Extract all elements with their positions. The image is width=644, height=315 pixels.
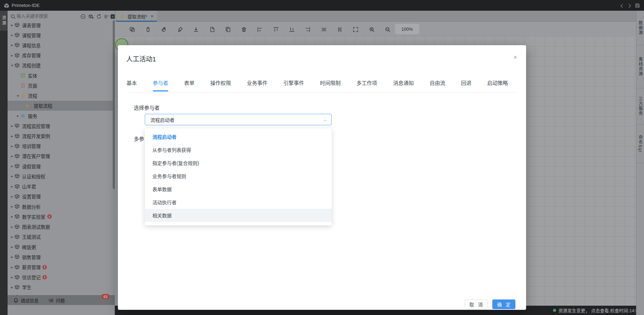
dropdown-option[interactable]: 流程启动者: [145, 130, 332, 143]
tree-item[interactable]: ▸信访登记!: [8, 272, 115, 282]
align-bottom-icon[interactable]: [289, 26, 295, 32]
dialog-tab[interactable]: 表单: [184, 79, 194, 91]
expand-caret-icon[interactable]: ▸: [10, 235, 14, 239]
tree-item[interactable]: ▸薪资管理!: [8, 262, 115, 272]
zoom-in-icon[interactable]: [369, 26, 375, 32]
tree-item[interactable]: ▸流程监控管理: [8, 121, 115, 131]
translate-icon[interactable]: A: [110, 13, 115, 19]
search-input[interactable]: [17, 12, 74, 20]
expand-caret-icon[interactable]: ▸: [10, 124, 14, 128]
tree-item[interactable]: 页面: [8, 80, 115, 90]
refresh-icon[interactable]: [96, 13, 102, 19]
tree-item[interactable]: ▸培训管理: [8, 141, 115, 151]
tree-item[interactable]: ▸流程开发案例: [8, 131, 115, 141]
sort-icon[interactable]: [104, 13, 109, 19]
hand-pan-icon[interactable]: [161, 26, 167, 32]
editor-tab-extract-flow[interactable]: 提取流程* ×: [116, 11, 157, 22]
expand-caret-icon[interactable]: ▸: [10, 225, 14, 229]
zoom-level-chip[interactable]: 100%: [395, 24, 419, 34]
debug-info-button[interactable]: 调试信息: [13, 297, 39, 304]
panel-tab-3[interactable]: 三方服务: [636, 88, 644, 125]
tree-item[interactable]: ▸课表管理: [8, 20, 115, 30]
align-vertical-center-icon[interactable]: [337, 26, 343, 32]
status-right-message[interactable]: 资源发生变更， 点击查看,检查时间:14:55: [553, 307, 641, 314]
forward-chevron-icon[interactable]: [627, 2, 632, 9]
participant-select[interactable]: 流程启动者: [145, 114, 332, 125]
cancel-button[interactable]: 取 消: [465, 299, 487, 309]
tree-item[interactable]: ▸服务: [8, 111, 115, 121]
expand-caret-icon[interactable]: ▸: [10, 255, 14, 259]
download-icon[interactable]: [193, 26, 199, 32]
expand-caret-icon[interactable]: ▾: [10, 63, 14, 67]
panel-tab-4[interactable]: 命名Sql: [636, 125, 644, 163]
copy-document-icon[interactable]: [225, 26, 231, 32]
expand-caret-icon[interactable]: ▾: [16, 94, 20, 98]
expand-caret-icon[interactable]: ▸: [10, 215, 14, 218]
dropdown-option[interactable]: 指定参与者(复合规则): [145, 156, 332, 169]
expand-caret-icon[interactable]: ▸: [10, 174, 14, 178]
align-top-icon[interactable]: [273, 26, 279, 32]
delete-icon[interactable]: [241, 26, 247, 32]
expand-caret-icon[interactable]: ▸: [10, 205, 14, 208]
dialog-close-icon[interactable]: ×: [513, 53, 517, 61]
brush-icon[interactable]: [177, 26, 183, 32]
dropdown-option[interactable]: 活动执行者: [145, 196, 332, 209]
tree-item[interactable]: ▸数据分析: [8, 201, 115, 211]
zoom-out-icon[interactable]: [385, 26, 391, 32]
tree-item[interactable]: ▸学生: [8, 282, 115, 292]
expand-caret-icon[interactable]: ▸: [10, 33, 14, 37]
ai-assistant-icon[interactable]: AI: [80, 13, 86, 19]
panel-tab-2[interactable]: 离线资源: [636, 45, 644, 88]
tree-item[interactable]: ▸库存管理: [8, 50, 115, 60]
new-model-icon[interactable]: [88, 13, 94, 19]
dialog-tab[interactable]: 引擎事件: [283, 79, 304, 91]
expand-caret-icon[interactable]: ▸: [10, 195, 14, 198]
expand-caret-icon[interactable]: ▸: [10, 275, 14, 279]
expand-caret-icon[interactable]: ▸: [10, 144, 14, 148]
tree-item[interactable]: ▸请假管理: [8, 161, 115, 171]
align-left-icon[interactable]: [257, 26, 263, 32]
activity-tab-resources[interactable]: 资源: [0, 11, 8, 31]
tree-item[interactable]: 实体: [8, 70, 115, 80]
dialog-tab[interactable]: 自由流: [430, 79, 445, 91]
tree-item[interactable]: ▸山羊君: [8, 181, 115, 191]
align-horizontal-center-icon[interactable]: [321, 26, 327, 32]
copy-node-icon[interactable]: [129, 26, 135, 32]
tab-close-icon[interactable]: ×: [151, 13, 153, 19]
tree-item[interactable]: ▸课程信息: [8, 40, 115, 50]
tree-item[interactable]: ▸数字实验室!: [8, 211, 115, 222]
document-icon[interactable]: [209, 26, 215, 32]
ok-button[interactable]: 确 定: [492, 299, 515, 309]
tree-item[interactable]: ▾流程创建: [8, 60, 115, 70]
pointer-icon[interactable]: [145, 26, 151, 32]
align-right-icon[interactable]: [305, 26, 311, 32]
dialog-tab[interactable]: 参与者: [153, 79, 168, 91]
dialog-tab[interactable]: 消息通知: [393, 79, 414, 91]
tree-item[interactable]: ▸认证和授权: [8, 171, 115, 181]
tree-item[interactable]: ▸课程管理: [8, 30, 115, 40]
dialog-tab[interactable]: 基本: [127, 79, 137, 91]
expand-caret-icon[interactable]: ▸: [16, 114, 20, 118]
expand-caret-icon[interactable]: ▸: [10, 134, 14, 138]
dialog-tab[interactable]: 时间限制: [320, 79, 341, 91]
sidebar-scrollbar[interactable]: [113, 20, 115, 189]
tree-item[interactable]: ▸图表测试数据: [8, 222, 115, 232]
expand-caret-icon[interactable]: ▸: [10, 245, 14, 249]
dialog-tab[interactable]: 业务事件: [247, 79, 268, 91]
dialog-tab[interactable]: 操作权限: [210, 79, 231, 91]
expand-caret-icon[interactable]: ▸: [10, 265, 14, 269]
save-icon[interactable]: [635, 2, 640, 8]
tree-item[interactable]: ▸销售管理: [8, 252, 115, 262]
fit-view-icon[interactable]: [353, 26, 359, 32]
expand-caret-icon[interactable]: ▸: [10, 53, 14, 57]
tree-item[interactable]: ▾流程: [8, 91, 115, 101]
dialog-tab[interactable]: 启动策略: [487, 79, 508, 91]
expand-caret-icon[interactable]: ▸: [10, 285, 14, 289]
back-chevron-icon[interactable]: [619, 2, 625, 9]
tree-item[interactable]: ▸王斌测试: [8, 232, 115, 242]
problems-button[interactable]: 问题 63: [48, 297, 65, 304]
tree-item[interactable]: 提取流程: [8, 101, 115, 111]
expand-caret-icon[interactable]: ▸: [10, 23, 14, 27]
tree-item[interactable]: ▸设置管理: [8, 191, 115, 201]
tree-item[interactable]: ▸潜在客户管理: [8, 151, 115, 161]
